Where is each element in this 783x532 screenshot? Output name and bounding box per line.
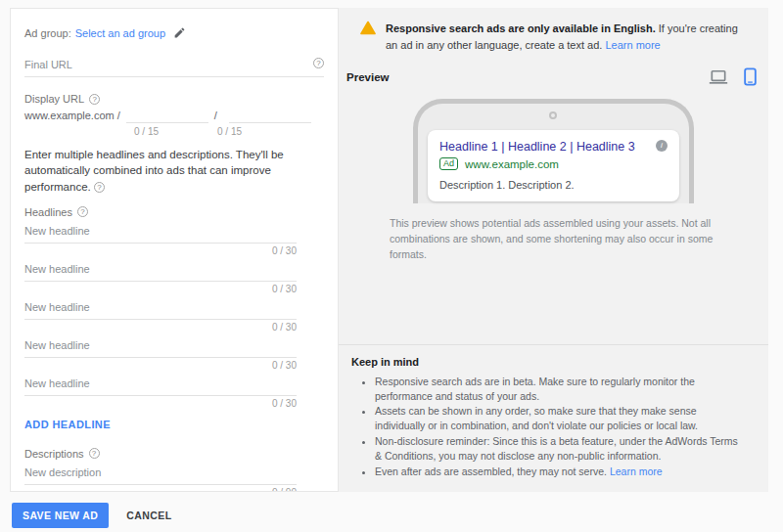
phone-mockup: Headline 1 | Headline 2 | Headline 3 i A… <box>413 99 694 203</box>
ad-preview-headline-row: Headline 1 | Headline 2 | Headline 3 i <box>439 140 668 154</box>
path1-input[interactable] <box>126 109 208 123</box>
warning-text: Responsive search ads are only available… <box>386 21 743 54</box>
headline-input-2[interactable] <box>24 263 297 282</box>
headline-input-5[interactable] <box>24 377 297 396</box>
headline-input-3[interactable] <box>24 301 297 320</box>
display-url-label: Display URL <box>24 93 84 105</box>
description-input-1[interactable] <box>24 466 297 485</box>
ad-preview-card: Headline 1 | Headline 2 | Headline 3 i A… <box>428 130 679 201</box>
mobile-icon[interactable] <box>744 67 757 86</box>
spacer <box>339 262 768 343</box>
learn-more-link[interactable]: Learn more <box>610 466 663 477</box>
preview-panel: Responsive search ads are only available… <box>339 8 768 492</box>
headline-field: 0 / 30 <box>24 263 297 294</box>
headline-field: 0 / 30 <box>24 301 297 332</box>
preview-title: Preview <box>346 71 389 83</box>
path2-input[interactable] <box>229 109 311 123</box>
ad-badge: Ad <box>439 157 458 170</box>
preview-header: Preview <box>339 54 768 86</box>
learn-more-link[interactable]: Learn more <box>605 39 660 51</box>
display-url-prefix: www.example.com / <box>24 110 120 123</box>
keep-in-mind-section: Keep in mind Responsive search ads are i… <box>339 344 768 492</box>
intro-text: Enter multiple headlines and description… <box>24 147 324 195</box>
description-field: 0 / 90 <box>24 466 297 492</box>
path-counters: 0 / 15 0 / 15 <box>24 126 324 137</box>
headline-counter: 0 / 30 <box>24 284 297 294</box>
preview-disclaimer: This preview shows potential ads assembl… <box>390 216 735 262</box>
list-item: Responsive search ads are in beta. Make … <box>375 375 745 404</box>
cancel-button[interactable]: CANCEL <box>126 510 171 521</box>
ad-preview-url: www.example.com <box>465 158 559 170</box>
list-item: Even after ads are assembled, they may n… <box>375 465 745 479</box>
ad-group-select-link[interactable]: Select an ad group <box>75 27 165 39</box>
ad-group-row: Ad group: Select an ad group <box>24 26 324 39</box>
display-url-label-row: Display URL ? <box>24 93 324 105</box>
add-headline-button[interactable]: ADD HEADLINE <box>24 419 324 430</box>
headline-counter: 0 / 30 <box>24 322 297 332</box>
path-separator: / <box>208 110 223 123</box>
headlines-label-row: Headlines ? <box>24 206 324 218</box>
language-warning-banner: Responsive search ads are only available… <box>339 8 768 54</box>
ad-preview-url-row: Ad www.example.com <box>439 157 668 170</box>
headlines-label: Headlines <box>24 206 72 218</box>
path1-counter: 0 / 15 <box>134 126 159 137</box>
desktop-icon[interactable] <box>709 69 728 85</box>
help-icon[interactable]: ? <box>77 206 88 217</box>
info-icon[interactable]: i <box>656 140 668 152</box>
ad-group-label: Ad group: <box>24 27 71 39</box>
final-url-input[interactable] <box>24 59 324 77</box>
list-item: Assets can be shown in any order, so mak… <box>375 404 745 433</box>
headline-input-1[interactable] <box>24 225 297 244</box>
descriptions-label: Descriptions <box>24 448 84 460</box>
help-icon[interactable]: ? <box>89 94 100 105</box>
phone-camera-dot <box>549 111 557 119</box>
warning-icon <box>360 21 376 54</box>
ad-editor: Ad group: Select an ad group ? Display U… <box>10 8 768 492</box>
help-icon[interactable]: ? <box>89 448 100 459</box>
keep-in-mind-list: Responsive search ads are in beta. Make … <box>351 375 745 479</box>
device-toggle <box>709 67 757 86</box>
list-item: Non-disclosure reminder: Since this is a… <box>375 434 745 464</box>
headline-input-4[interactable] <box>24 339 297 358</box>
description-counter: 0 / 90 <box>24 487 297 492</box>
help-icon[interactable]: ? <box>313 58 324 68</box>
headline-counter: 0 / 30 <box>24 245 297 256</box>
headline-counter: 0 / 30 <box>24 360 297 371</box>
headline-counter: 0 / 30 <box>24 398 297 409</box>
descriptions-label-row: Descriptions ? <box>24 448 324 460</box>
keep-in-mind-title: Keep in mind <box>351 356 745 368</box>
save-new-ad-button[interactable]: SAVE NEW AD <box>12 503 109 528</box>
display-url-row: www.example.com / / <box>24 109 324 123</box>
edit-pencil-icon[interactable] <box>173 26 186 39</box>
ad-form-panel: Ad group: Select an ad group ? Display U… <box>10 8 339 492</box>
headline-field: 0 / 30 <box>24 377 297 409</box>
ad-preview-description: Description 1. Description 2. <box>439 179 668 191</box>
headline-field: 0 / 30 <box>24 225 297 256</box>
headline-field: 0 / 30 <box>24 339 297 371</box>
footer-bar: SAVE NEW AD CANCEL <box>12 503 171 528</box>
final-url-field: ? <box>24 59 324 77</box>
ad-preview-headline: Headline 1 | Headline 2 | Headline 3 <box>439 140 635 154</box>
help-icon[interactable]: ? <box>94 182 105 193</box>
path2-counter: 0 / 15 <box>217 126 242 137</box>
